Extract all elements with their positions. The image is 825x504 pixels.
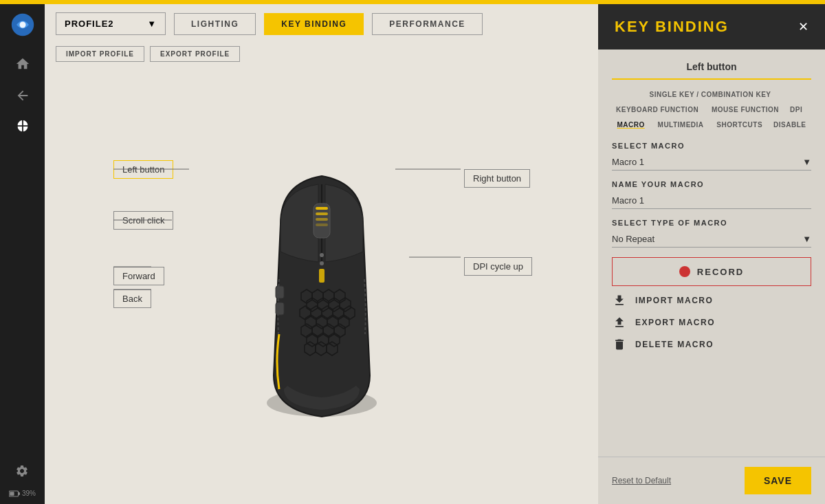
svg-rect-20	[276, 286, 284, 298]
record-button[interactable]: RECORD	[612, 257, 811, 286]
sidebar-item-home[interactable]	[10, 51, 36, 77]
svg-point-1	[19, 22, 25, 28]
option-keyboard-function[interactable]: KEYBOARD FUNCTION	[613, 105, 701, 117]
svg-rect-16	[316, 218, 328, 221]
option-dpi[interactable]: DPI	[787, 105, 805, 117]
dpi-cycle-label[interactable]: DPI cycle up	[464, 257, 532, 276]
selected-button-title: Left button	[612, 61, 811, 80]
save-button[interactable]: SAVE	[745, 467, 811, 494]
import-macro-icon	[612, 293, 627, 308]
svg-rect-15	[316, 212, 328, 215]
right-panel-title: KEY BINDING	[615, 18, 729, 36]
sidebar-item-settings[interactable]	[9, 458, 35, 484]
option-single-key[interactable]: SINGLE KEY / COMBINATION KEY	[647, 89, 774, 102]
delete-macro-action[interactable]: DELETE MACRO	[612, 337, 811, 352]
profile-dropdown-icon: ▼	[147, 19, 157, 29]
sidebar: 39%	[0, 4, 45, 504]
sidebar-item-mouse[interactable]	[10, 114, 36, 140]
select-macro-label: SELECT MACRO	[612, 142, 811, 150]
export-macro-label: EXPORT MACRO	[635, 318, 715, 327]
select-type-chevron: ▼	[802, 234, 811, 244]
mouse-image	[226, 142, 418, 430]
macro-actions: IMPORT MACRO EXPORT MACRO	[612, 293, 811, 352]
forward-label[interactable]: Forward	[113, 267, 164, 285]
select-type-section: SELECT TYPE OF MACRO No Repeat ▼	[612, 219, 811, 248]
right-panel-content: Left button SINGLE KEY / COMBINATION KEY…	[598, 50, 825, 457]
profile-label: PROFILE2	[65, 19, 114, 29]
tab-performance[interactable]: PERFORMANCE	[372, 13, 483, 35]
export-macro-action[interactable]: EXPORT MACRO	[612, 315, 811, 330]
right-panel-header: KEY BINDING ✕	[598, 4, 825, 50]
main-content: PROFILE2 ▼ LIGHTING KEY BINDING PERFORMA…	[45, 4, 598, 504]
record-label: RECORD	[697, 267, 744, 277]
svg-rect-17	[316, 223, 328, 226]
back-label[interactable]: Back	[113, 289, 151, 308]
name-macro-input[interactable]	[612, 193, 811, 209]
right-panel: KEY BINDING ✕ Left button SINGLE KEY / C…	[598, 4, 825, 504]
sidebar-item-back[interactable]	[10, 83, 36, 109]
delete-macro-label: DELETE MACRO	[635, 340, 714, 349]
export-macro-icon	[612, 315, 627, 330]
record-dot	[679, 266, 690, 277]
select-type-dropdown[interactable]: No Repeat ▼	[612, 231, 811, 248]
select-type-label: SELECT TYPE OF MACRO	[612, 219, 811, 227]
battery-display: 39%	[9, 490, 36, 497]
option-mouse-function[interactable]: MOUSE FUNCTION	[709, 105, 782, 117]
app-logo	[9, 11, 36, 39]
reset-button[interactable]: Reset to Default	[612, 476, 671, 485]
sidebar-bottom: 39%	[9, 458, 36, 497]
svg-rect-3	[19, 492, 20, 495]
tab-lighting[interactable]: LIGHTING	[174, 13, 256, 35]
profile-dropdown[interactable]: PROFILE2 ▼	[56, 12, 166, 35]
name-macro-label: NAME YOUR MACRO	[612, 180, 811, 188]
key-options: SINGLE KEY / COMBINATION KEY KEYBOARD FU…	[612, 89, 811, 132]
svg-rect-14	[316, 207, 328, 210]
close-button[interactable]: ✕	[798, 19, 808, 34]
export-profile-button[interactable]: EXPORT PROFILE	[150, 46, 240, 62]
option-multimedia[interactable]: MULTIMEDIA	[655, 120, 707, 132]
option-disable[interactable]: DISABLE	[771, 120, 808, 132]
svg-rect-22	[319, 269, 324, 283]
select-macro-chevron: ▼	[802, 157, 811, 167]
right-panel-footer: Reset to Default SAVE	[598, 457, 825, 504]
right-button-label[interactable]: Right button	[464, 169, 530, 188]
nav-bar: PROFILE2 ▼ LIGHTING KEY BINDING PERFORMA…	[45, 4, 598, 43]
import-macro-action[interactable]: IMPORT MACRO	[612, 293, 811, 308]
name-macro-section: NAME YOUR MACRO	[612, 180, 811, 209]
mouse-area: Left button Scroll click Forward	[45, 67, 598, 504]
svg-rect-21	[276, 303, 284, 315]
svg-rect-4	[10, 492, 14, 496]
tab-keybinding[interactable]: KEY BINDING	[264, 13, 364, 35]
svg-point-18	[320, 253, 324, 257]
option-shortcuts[interactable]: SHORTCUTS	[714, 120, 765, 132]
option-macro[interactable]: MACRO	[614, 120, 647, 132]
select-macro-section: SELECT MACRO Macro 1 ▼	[612, 142, 811, 171]
select-macro-dropdown[interactable]: Macro 1 ▼	[612, 154, 811, 171]
import-profile-button[interactable]: IMPORT PROFILE	[56, 46, 144, 62]
svg-point-19	[320, 261, 324, 265]
delete-macro-icon	[612, 337, 627, 352]
import-macro-label: IMPORT MACRO	[635, 296, 713, 305]
profile-actions: IMPORT PROFILE EXPORT PROFILE	[45, 43, 598, 67]
